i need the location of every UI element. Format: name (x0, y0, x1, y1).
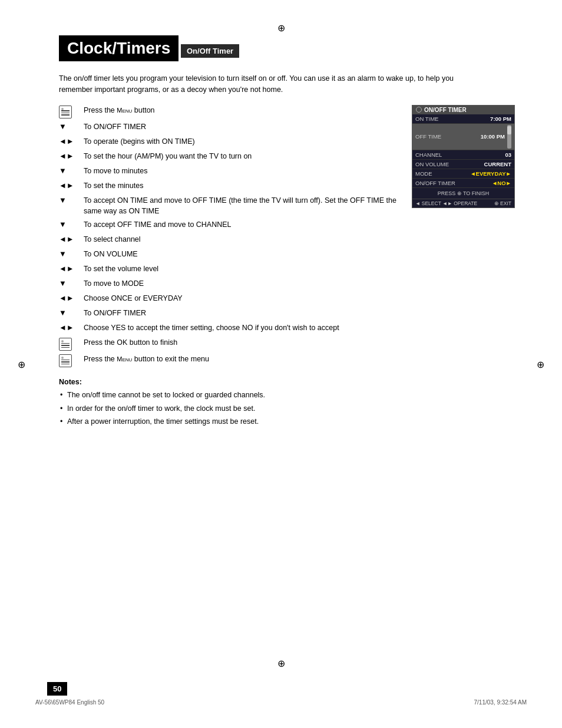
footer-right: 7/11/03, 9:32:54 AM (474, 699, 527, 706)
instruction-row-8: ◄► To select channel (59, 234, 400, 246)
tv-menu-footer: ◄ SELECT ◄► OPERATE ⊕ EXIT (412, 199, 514, 207)
onoff-timer-value: ◄NO► (492, 180, 511, 186)
mode-value: ◄EVERYDAY► (470, 170, 511, 177)
notes-label: Notes: (59, 378, 400, 386)
instruction-text-7: To accept OFF TIME and move to CHANNEL (84, 219, 400, 230)
instructions-list: Press the Menu button ▼ To ON/OFF TIMER … (59, 105, 400, 430)
reg-mark-right: ⊕ (537, 358, 544, 370)
arrow-lr-icon-8: ◄► (59, 234, 84, 243)
tv-menu-row-off-time: OFF TIME 10:00 PM (412, 124, 514, 150)
content-area: Press the Menu button ▼ To ON/OFF TIMER … (59, 105, 515, 430)
instruction-row-0: Press the Menu button (59, 105, 400, 118)
arrow-lr-icon-10: ◄► (59, 263, 84, 273)
instruction-text-11: To move to MODE (84, 278, 400, 289)
instruction-row-16: Press the Menu button to exit the menu (59, 354, 400, 367)
arrow-lr-icon-12: ◄► (59, 293, 84, 302)
menu-button-icon-2 (59, 354, 84, 367)
instruction-text-3: To set the hour (AM/PM) you want the TV … (84, 151, 400, 162)
notes-section: Notes: The on/off time cannot be set to … (59, 378, 400, 427)
ok-button-icon (59, 337, 84, 351)
instruction-text-8: To select channel (84, 234, 400, 245)
instruction-row-5: ◄► To set the minutes (59, 180, 400, 192)
tv-menu-row-on-time: ON TIME 7:00 PM (412, 114, 514, 124)
instruction-row-4: ▼ To move to minutes (59, 166, 400, 177)
tv-menu-title: ON/OFF TIMER (412, 106, 514, 114)
instruction-row-2: ◄► To operate (begins with ON TIME) (59, 136, 400, 148)
page: ⊕ ⊕ ⊕ ⊕ Clock/Timers On/Off Timer The on… (0, 0, 562, 728)
reg-mark-bottom: ⊕ (277, 658, 285, 669)
tv-menu-footer-right: ⊕ EXIT (494, 200, 511, 206)
arrow-lr-icon-3: ◄► (59, 151, 84, 160)
tv-menu-press-text: PRESS ⊕ TO FINISH (412, 188, 514, 199)
instruction-row-10: ◄► To set the volume level (59, 263, 400, 275)
instruction-text-2: To operate (begins with ON TIME) (84, 136, 400, 147)
channel-value: 03 (505, 151, 511, 158)
page-number: 50 (47, 682, 67, 696)
arrow-lr-icon-2: ◄► (59, 136, 84, 146)
note-item-0: The on/off time cannot be set to locked … (59, 390, 400, 401)
arrow-lr-icon-14: ◄► (59, 322, 84, 332)
onoff-timer-label: ON/OFF TIMER (415, 180, 455, 186)
page-footer: AV-56\65WP84 English 50 7/11/03, 9:32:54… (0, 699, 562, 706)
intro-text: The on/off timer lets you program your t… (59, 73, 459, 95)
instruction-row-12: ◄► Choose ONCE or EVERYDAY (59, 293, 400, 305)
arrow-down-icon-4: ▼ (59, 166, 84, 175)
instruction-row-3: ◄► To set the hour (AM/PM) you want the … (59, 151, 400, 163)
instruction-text-16: Press the Menu button to exit the menu (84, 354, 400, 364)
instruction-text-12: Choose ONCE or EVERYDAY (84, 293, 400, 304)
instruction-row-9: ▼ To ON VOLUME (59, 249, 400, 261)
notes-list: The on/off time cannot be set to locked … (59, 390, 400, 427)
on-time-value: 7:00 PM (490, 116, 511, 122)
tv-menu-row-channel: CHANNEL 03 (412, 150, 514, 160)
instruction-row-11: ▼ To move to MODE (59, 278, 400, 290)
instruction-row-15: Press the OK button to finish (59, 337, 400, 351)
instruction-row-14: ◄► Choose YES to accept the timer settin… (59, 322, 400, 334)
arrow-down-icon-13: ▼ (59, 308, 84, 317)
arrow-down-icon-9: ▼ (59, 249, 84, 258)
mode-label: MODE (415, 170, 432, 177)
off-time-label: OFF TIME (415, 133, 441, 140)
instruction-text-0: Press the Menu button (84, 105, 400, 116)
instruction-row-7: ▼ To accept OFF TIME and move to CHANNEL (59, 219, 400, 231)
menu-button-icon (59, 105, 84, 118)
instruction-row-1: ▼ To ON/OFF TIMER (59, 121, 400, 133)
on-volume-label: ON VOLUME (415, 161, 449, 167)
footer-left: AV-56\65WP84 English 50 (35, 699, 104, 706)
instruction-text-15: Press the OK button to finish (84, 337, 400, 348)
on-time-label: ON TIME (415, 116, 438, 122)
instruction-text-10: To set the volume level (84, 263, 400, 274)
tv-menu-row-onoff-timer: ON/OFF TIMER ◄NO► (412, 179, 514, 188)
instruction-row-6: ▼ To accept ON TIME and move to OFF TIME… (59, 195, 400, 216)
arrow-down-icon-7: ▼ (59, 219, 84, 229)
instruction-text-9: To ON VOLUME (84, 249, 400, 259)
channel-label: CHANNEL (415, 151, 442, 158)
instruction-text-14: Choose YES to accept the timer setting, … (84, 322, 400, 333)
off-time-value: 10:00 PM (481, 133, 505, 140)
on-volume-value: CURRENT (484, 161, 511, 167)
menu-circle-icon (416, 107, 422, 113)
arrow-lr-icon-5: ◄► (59, 180, 84, 190)
instruction-text-13: To ON/OFF TIMER (84, 308, 400, 318)
tv-menu-screenshot: ON/OFF TIMER ON TIME 7:00 PM OFF TIME 10… (412, 105, 515, 208)
instruction-text-5: To set the minutes (84, 180, 400, 191)
arrow-down-icon-11: ▼ (59, 278, 84, 288)
tv-menu-row-mode: MODE ◄EVERYDAY► (412, 169, 514, 179)
reg-mark-top: ⊕ (277, 22, 285, 34)
page-title: Clock/Timers (59, 35, 178, 61)
arrow-down-icon-6: ▼ (59, 195, 84, 205)
section-header: On/Off Timer (181, 44, 239, 58)
tv-menu-row-on-volume: ON VOLUME CURRENT (412, 160, 514, 169)
note-item-2: After a power interruption, the timer se… (59, 416, 400, 427)
instruction-row-13: ▼ To ON/OFF TIMER (59, 308, 400, 319)
note-item-1: In order for the on/off timer to work, t… (59, 403, 400, 414)
arrow-down-icon-1: ▼ (59, 121, 84, 131)
instruction-text-6: To accept ON TIME and move to OFF TIME (… (84, 195, 400, 216)
reg-mark-left: ⊕ (18, 358, 25, 370)
instruction-text-4: To move to minutes (84, 166, 400, 176)
instruction-text-1: To ON/OFF TIMER (84, 121, 400, 132)
tv-menu-footer-left: ◄ SELECT ◄► OPERATE (415, 200, 477, 206)
